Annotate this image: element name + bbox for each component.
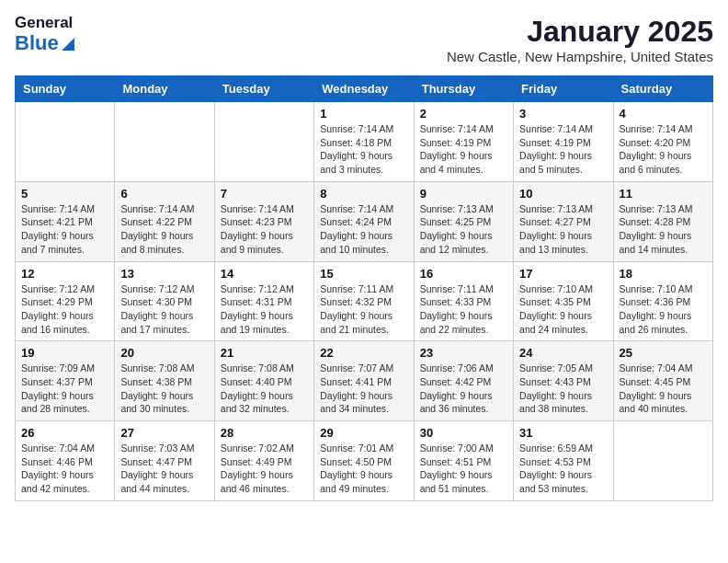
day-info: Sunrise: 7:14 AMSunset: 4:22 PMDaylight:… (120, 202, 208, 257)
day-number: 20 (120, 346, 208, 360)
calendar-cell: 23Sunrise: 7:06 AMSunset: 4:42 PMDayligh… (414, 341, 513, 421)
day-info: Sunrise: 7:14 AMSunset: 4:23 PMDaylight:… (221, 202, 308, 257)
day-number: 13 (120, 267, 208, 281)
calendar-cell: 30Sunrise: 7:00 AMSunset: 4:51 PMDayligh… (414, 421, 513, 501)
location: New Castle, New Hampshire, United States (447, 49, 713, 64)
day-number: 7 (221, 187, 308, 201)
col-header-friday: Friday (514, 76, 613, 102)
day-info: Sunrise: 7:04 AMSunset: 4:45 PMDaylight:… (620, 362, 707, 416)
day-info: Sunrise: 7:04 AMSunset: 4:46 PMDaylight:… (21, 442, 108, 496)
svg-marker-0 (62, 38, 74, 51)
calendar-cell: 8Sunrise: 7:14 AMSunset: 4:24 PMDaylight… (314, 181, 414, 261)
day-number: 21 (221, 346, 308, 360)
calendar-cell: 2Sunrise: 7:14 AMSunset: 4:19 PMDaylight… (414, 102, 513, 182)
calendar-cell: 24Sunrise: 7:05 AMSunset: 4:43 PMDayligh… (514, 341, 613, 421)
day-info: Sunrise: 7:14 AMSunset: 4:21 PMDaylight:… (21, 202, 108, 257)
calendar-cell: 18Sunrise: 7:10 AMSunset: 4:36 PMDayligh… (613, 261, 712, 341)
day-info: Sunrise: 7:09 AMSunset: 4:37 PMDaylight:… (21, 362, 108, 416)
calendar-week-row: 12Sunrise: 7:12 AMSunset: 4:29 PMDayligh… (16, 261, 713, 341)
calendar-cell: 29Sunrise: 7:01 AMSunset: 4:50 PMDayligh… (314, 421, 414, 501)
day-info: Sunrise: 7:10 AMSunset: 4:35 PMDaylight:… (519, 282, 607, 337)
day-number: 25 (620, 346, 707, 360)
day-number: 15 (320, 267, 407, 281)
calendar-cell: 7Sunrise: 7:14 AMSunset: 4:23 PMDaylight… (214, 181, 313, 261)
calendar-week-row: 19Sunrise: 7:09 AMSunset: 4:37 PMDayligh… (16, 341, 713, 421)
calendar-week-row: 5Sunrise: 7:14 AMSunset: 4:21 PMDaylight… (16, 181, 713, 261)
day-number: 22 (320, 346, 407, 360)
day-number: 19 (21, 346, 108, 360)
day-number: 2 (420, 107, 507, 121)
calendar-cell (16, 102, 115, 182)
day-number: 5 (21, 187, 108, 201)
day-info: Sunrise: 6:59 AMSunset: 4:53 PMDaylight:… (519, 442, 607, 496)
day-info: Sunrise: 7:14 AMSunset: 4:19 PMDaylight:… (420, 122, 507, 177)
calendar-header-row: SundayMondayTuesdayWednesdayThursdayFrid… (16, 76, 713, 102)
day-info: Sunrise: 7:05 AMSunset: 4:43 PMDaylight:… (519, 362, 607, 416)
day-number: 12 (21, 267, 108, 281)
calendar-cell: 9Sunrise: 7:13 AMSunset: 4:25 PMDaylight… (414, 181, 513, 261)
calendar-cell: 21Sunrise: 7:08 AMSunset: 4:40 PMDayligh… (214, 341, 313, 421)
day-info: Sunrise: 7:14 AMSunset: 4:18 PMDaylight:… (320, 122, 407, 177)
day-info: Sunrise: 7:13 AMSunset: 4:25 PMDaylight:… (420, 202, 507, 257)
calendar-cell: 3Sunrise: 7:14 AMSunset: 4:19 PMDaylight… (514, 102, 613, 182)
day-info: Sunrise: 7:11 AMSunset: 4:32 PMDaylight:… (320, 282, 407, 337)
day-number: 4 (620, 107, 707, 121)
calendar-cell: 14Sunrise: 7:12 AMSunset: 4:31 PMDayligh… (214, 261, 313, 341)
calendar-week-row: 1Sunrise: 7:14 AMSunset: 4:18 PMDaylight… (16, 102, 713, 182)
calendar-cell (115, 102, 214, 182)
day-number: 29 (320, 426, 407, 440)
day-info: Sunrise: 7:08 AMSunset: 4:38 PMDaylight:… (120, 362, 208, 416)
logo-general: General (15, 15, 74, 32)
day-info: Sunrise: 7:01 AMSunset: 4:50 PMDaylight:… (320, 442, 407, 496)
day-info: Sunrise: 7:13 AMSunset: 4:28 PMDaylight:… (620, 202, 707, 257)
calendar-cell: 4Sunrise: 7:14 AMSunset: 4:20 PMDaylight… (613, 102, 712, 182)
calendar-cell: 5Sunrise: 7:14 AMSunset: 4:21 PMDaylight… (16, 181, 115, 261)
day-number: 14 (221, 267, 308, 281)
calendar-cell: 16Sunrise: 7:11 AMSunset: 4:33 PMDayligh… (414, 261, 513, 341)
day-info: Sunrise: 7:14 AMSunset: 4:19 PMDaylight:… (519, 122, 607, 177)
day-number: 6 (120, 187, 208, 201)
col-header-thursday: Thursday (414, 76, 513, 102)
day-info: Sunrise: 7:00 AMSunset: 4:51 PMDaylight:… (420, 442, 507, 496)
day-number: 3 (519, 107, 607, 121)
col-header-wednesday: Wednesday (314, 76, 414, 102)
calendar-cell: 25Sunrise: 7:04 AMSunset: 4:45 PMDayligh… (613, 341, 712, 421)
calendar-cell: 6Sunrise: 7:14 AMSunset: 4:22 PMDaylight… (115, 181, 214, 261)
logo-blue: Blue (15, 32, 74, 54)
day-info: Sunrise: 7:10 AMSunset: 4:36 PMDaylight:… (620, 282, 707, 337)
day-number: 23 (420, 346, 507, 360)
calendar-cell: 12Sunrise: 7:12 AMSunset: 4:29 PMDayligh… (16, 261, 115, 341)
day-number: 30 (420, 426, 507, 440)
col-header-tuesday: Tuesday (214, 76, 313, 102)
calendar-cell: 26Sunrise: 7:04 AMSunset: 4:46 PMDayligh… (16, 421, 115, 501)
day-number: 27 (120, 426, 208, 440)
day-number: 11 (620, 187, 707, 201)
day-info: Sunrise: 7:08 AMSunset: 4:40 PMDaylight:… (221, 362, 308, 416)
calendar-week-row: 26Sunrise: 7:04 AMSunset: 4:46 PMDayligh… (16, 421, 713, 501)
day-number: 18 (620, 267, 707, 281)
calendar-cell: 11Sunrise: 7:13 AMSunset: 4:28 PMDayligh… (613, 181, 712, 261)
day-number: 26 (21, 426, 108, 440)
day-info: Sunrise: 7:03 AMSunset: 4:47 PMDaylight:… (120, 442, 208, 496)
logo: General Blue (15, 15, 74, 54)
day-number: 24 (519, 346, 607, 360)
day-info: Sunrise: 7:14 AMSunset: 4:24 PMDaylight:… (320, 202, 407, 257)
day-info: Sunrise: 7:12 AMSunset: 4:29 PMDaylight:… (21, 282, 108, 337)
month-title: January 2025 (447, 15, 713, 49)
calendar-cell: 1Sunrise: 7:14 AMSunset: 4:18 PMDaylight… (314, 102, 414, 182)
calendar-cell: 31Sunrise: 6:59 AMSunset: 4:53 PMDayligh… (514, 421, 613, 501)
day-info: Sunrise: 7:02 AMSunset: 4:49 PMDaylight:… (221, 442, 308, 496)
calendar-cell: 15Sunrise: 7:11 AMSunset: 4:32 PMDayligh… (314, 261, 414, 341)
calendar-cell: 13Sunrise: 7:12 AMSunset: 4:30 PMDayligh… (115, 261, 214, 341)
calendar-cell: 19Sunrise: 7:09 AMSunset: 4:37 PMDayligh… (16, 341, 115, 421)
day-number: 9 (420, 187, 507, 201)
day-info: Sunrise: 7:14 AMSunset: 4:20 PMDaylight:… (620, 122, 707, 177)
day-number: 10 (519, 187, 607, 201)
calendar-cell (613, 421, 712, 501)
col-header-sunday: Sunday (16, 76, 115, 102)
calendar-cell: 10Sunrise: 7:13 AMSunset: 4:27 PMDayligh… (514, 181, 613, 261)
col-header-saturday: Saturday (613, 76, 712, 102)
day-number: 1 (320, 107, 407, 121)
page-header: General Blue January 2025 New Castle, Ne… (15, 15, 713, 64)
day-info: Sunrise: 7:12 AMSunset: 4:30 PMDaylight:… (120, 282, 208, 337)
